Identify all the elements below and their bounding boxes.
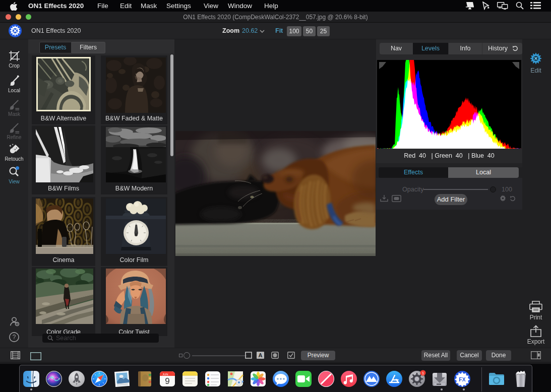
- svg-text:JUN: JUN: [162, 372, 168, 375]
- svg-text:?: ?: [13, 334, 16, 341]
- svg-text:1: 1: [422, 370, 424, 375]
- svg-text:9: 9: [165, 376, 169, 386]
- svg-text:FX: FX: [459, 376, 465, 382]
